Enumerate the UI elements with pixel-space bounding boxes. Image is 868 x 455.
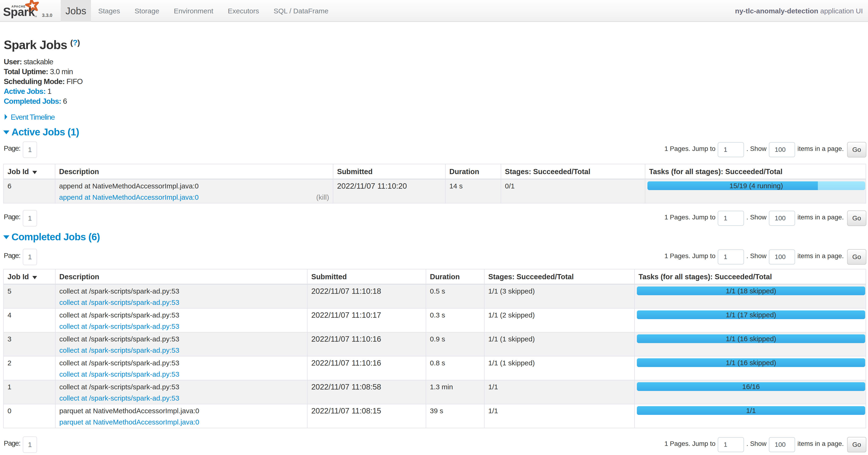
svg-text:Spark: Spark <box>3 5 35 19</box>
svg-text:TM: TM <box>34 15 37 18</box>
